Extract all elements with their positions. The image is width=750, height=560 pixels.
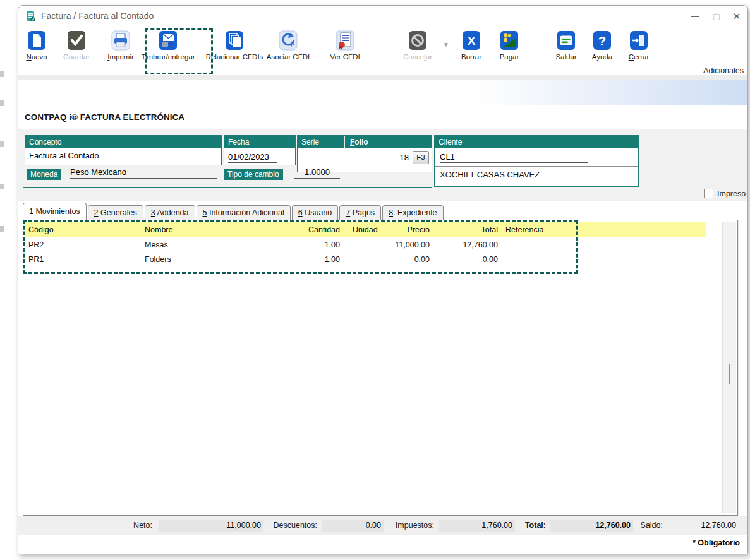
saldo-label: Saldo: [633, 521, 663, 530]
tab-pagos[interactable]: 7 Pagos [339, 205, 381, 220]
background-window-artifact [0, 141, 4, 147]
serie-label: Serie [298, 136, 345, 148]
obligatorio-note: * Obligatorio [693, 539, 740, 547]
ayuda-button[interactable]: ? Ayuda [587, 30, 617, 61]
background-window-artifact [0, 226, 4, 232]
table-row[interactable]: PR2 Mesas 1.00 11,000.00 12,760.00 [25, 237, 706, 252]
associate-arrow-icon [277, 30, 299, 51]
stamp-envelope-icon [157, 30, 179, 51]
cliente-code-value[interactable]: CL1 [440, 152, 588, 163]
brand-title: CONTPAQ i® FACTURA ELECTRÓNICA [25, 112, 184, 122]
tab-addenda[interactable]: 3 Addenda [145, 205, 195, 220]
impuestos-value: 1,760.00 [439, 520, 515, 532]
column-header-total[interactable]: Total [433, 225, 502, 234]
totals-status-bar: Neto: 11,000.00 Descuentos: 0.00 Impuest… [18, 516, 747, 536]
pay-icon [498, 30, 521, 51]
banner-strip [18, 80, 747, 106]
saldar-button[interactable]: Saldar [550, 30, 583, 61]
ver-cfdi-button[interactable]: Ver CFDI [325, 30, 365, 61]
cerrar-button[interactable]: Cerrar [622, 30, 655, 61]
moneda-value[interactable]: Peso Mexicano [70, 167, 217, 179]
factura-window: Factura / Factura al Contado — ▢ ✕ Nuevo… [18, 5, 748, 554]
tipo-de-cambio-value[interactable]: 1.0000 [294, 167, 340, 179]
cancel-slash-icon [406, 30, 429, 51]
cell-codigo: PR1 [25, 255, 141, 264]
tab-informacion-adicional[interactable]: 5 Información Adicional [197, 205, 291, 220]
neto-value: 11,000.00 [159, 520, 263, 532]
cell-codigo: PR2 [25, 241, 141, 249]
borrar-button[interactable]: X Borrar [455, 30, 488, 61]
cliente-field: Cliente CL1 XOCHILT CASAS CHAVEZ [434, 135, 639, 187]
save-check-icon [65, 30, 88, 51]
background-window-artifact [0, 184, 4, 189]
column-header-referencia[interactable]: Referencia [502, 225, 706, 234]
background-window-artifact [0, 71, 4, 77]
cell-precio: 0.00 [385, 255, 433, 264]
close-button[interactable]: ✕ [729, 9, 745, 23]
delete-x-icon: X [460, 30, 483, 51]
folio-value[interactable]: 18 [400, 153, 409, 162]
printer-icon [109, 30, 132, 51]
tab-usuario[interactable]: 6 Usuario [292, 205, 339, 220]
table-row[interactable]: PR1 Folders 1.00 0.00 0.00 [25, 252, 706, 266]
column-header-cantidad[interactable]: Cantidad [290, 225, 344, 234]
cell-cantidad: 1.00 [290, 255, 344, 264]
cell-total: 0.00 [433, 255, 502, 264]
concepto-value[interactable]: Factura al Contado [25, 148, 221, 163]
tab-expediente[interactable]: 8. Expediente [382, 205, 443, 220]
tab-bar: 1 Movimientos 2 Generales 3 Addenda 5 In… [23, 201, 445, 220]
document-header-fields: Concepto Factura al Contado Fecha 01/02/… [18, 129, 747, 201]
nuevo-button[interactable]: Nuevo [19, 30, 54, 61]
moneda-label: Moneda [27, 169, 61, 180]
movimientos-table-panel: Código Nombre Cantidad Unidad Precio Tot… [23, 220, 738, 516]
concepto-label: Concepto [25, 136, 221, 148]
timbrar-entregar-button[interactable]: Timbrar/entregar [133, 30, 203, 61]
exit-door-icon [627, 30, 650, 51]
settle-card-icon [555, 30, 578, 51]
neto-label: Neto: [94, 521, 152, 530]
cliente-label: Cliente [435, 136, 638, 148]
total-value: 12,760.00 [550, 520, 633, 532]
adicionales-button[interactable]: Adicionales [703, 66, 744, 75]
descuentos-value: 0.00 [322, 520, 384, 532]
cancelar-button[interactable]: Cancelar [397, 30, 439, 61]
column-header-codigo[interactable]: Código [25, 225, 141, 234]
column-header-nombre[interactable]: Nombre [141, 225, 290, 234]
folio-f3-button[interactable]: F3 [413, 151, 429, 164]
column-header-precio[interactable]: Precio [385, 225, 433, 234]
divider-strip [18, 75, 747, 80]
cell-nombre: Folders [141, 255, 290, 264]
stacked-documents-icon [223, 30, 246, 51]
guardar-button[interactable]: Guardar [57, 30, 95, 61]
cell-nombre: Mesas [141, 241, 290, 249]
total-label: Total: [515, 521, 546, 530]
new-document-icon [25, 30, 48, 51]
minimize-button[interactable]: — [687, 9, 703, 23]
pagar-button[interactable]: Pagar [493, 30, 526, 61]
vertical-scrollbar[interactable] [722, 222, 736, 513]
desktop: { "window": { "title": "Factura / Factur… [0, 0, 750, 560]
scrollbar-thumb[interactable] [729, 364, 730, 384]
saldo-value: 12,760.00 [668, 520, 739, 532]
cancelar-dropdown-caret[interactable]: ▼ [443, 41, 449, 48]
column-header-unidad[interactable]: Unidad [344, 225, 385, 234]
svg-text:?: ? [598, 33, 607, 48]
fecha-value[interactable]: 01/02/2023 [228, 152, 277, 163]
impuestos-label: Impuestos: [384, 521, 434, 530]
asociar-cfdi-button[interactable]: Asociar CFDI [259, 30, 317, 61]
impreso-checkbox[interactable] [704, 189, 713, 198]
tab-generales[interactable]: 2 Generales [88, 205, 143, 220]
svg-text:X: X [468, 34, 476, 47]
toolbar: Nuevo Guardar Imprimir [18, 27, 747, 76]
folio-label: Folio [345, 136, 373, 148]
help-icon: ? [591, 30, 614, 51]
app-icon [25, 11, 36, 22]
tab-movimientos[interactable]: 1 Movimientos [23, 203, 87, 220]
maximize-button[interactable]: ▢ [708, 9, 725, 23]
cliente-name-value: XOCHILT CASAS CHAVEZ [435, 166, 638, 182]
impreso-label: Impreso [717, 189, 746, 198]
view-cfdi-document-icon [334, 30, 356, 51]
brand-bar: CONTPAQ i® FACTURA ELECTRÓNICA [18, 105, 747, 130]
fecha-label: Fecha [224, 136, 295, 148]
tipo-de-cambio-label: Tipo de cambio [224, 169, 283, 180]
